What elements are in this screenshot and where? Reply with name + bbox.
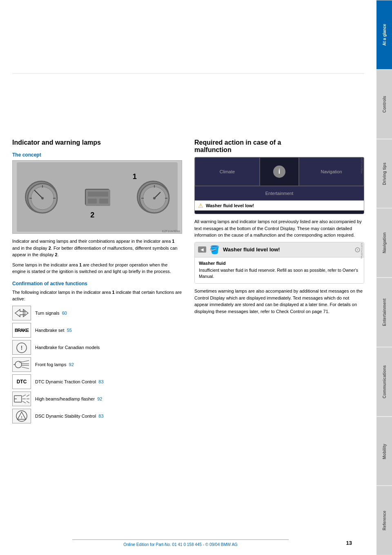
dtc-icon: DTC	[12, 374, 31, 389]
gauge-center	[85, 189, 109, 205]
sidebar-tab-reference[interactable]: Reference	[376, 486, 392, 555]
dashboard-label-1: 1	[133, 172, 137, 181]
svg-rect-17	[99, 199, 108, 204]
cd-watermark: EZF1Us/3Das	[361, 158, 363, 174]
svg-line-32	[22, 401, 26, 403]
dashboard-label-2: 2	[90, 211, 94, 219]
svg-rect-16	[88, 199, 97, 204]
sidebar: At a glance Controls Driving tips Naviga…	[376, 0, 392, 555]
handbrake-icon: BRAKE	[12, 323, 31, 338]
cd-info-icon: i	[273, 166, 285, 178]
svg-line-24	[22, 360, 29, 362]
sidebar-tab-navigation[interactable]: Navigation	[376, 208, 392, 278]
wdb-title: Washer fluid level low!	[223, 246, 280, 253]
svg-point-6	[41, 197, 44, 199]
fog-lamps-icon	[12, 357, 31, 372]
concept-subheading: The concept	[12, 152, 182, 158]
svg-text:!: !	[21, 345, 23, 351]
dsc-label: DSC Dynamic Stability Control 83	[35, 414, 104, 418]
confirmation-subheading: Confirmation of active functions	[12, 281, 182, 286]
gauge-left	[25, 181, 58, 213]
footer-text: Online Edition for Part-No. 01 41 0 158 …	[0, 542, 361, 547]
highbeams-label: High beams/headlamp flasher 92	[35, 396, 102, 401]
washer-detail-header: ◀ 🪣 Washer fluid level low! ⊙	[195, 242, 364, 257]
function-item-dtc: DTC DTC Dynamic Traction Control 83	[12, 374, 182, 389]
cd-entertainment-row: Entertainment	[195, 186, 364, 200]
cd-warning-text: Washer fluid level low!	[206, 203, 254, 208]
svg-rect-15	[88, 192, 108, 197]
svg-line-30	[22, 395, 26, 396]
wdb-washer-icon: 🪣	[209, 245, 220, 255]
function-item-fog: Front fog lamps 92	[12, 357, 182, 372]
body-text-2: Some lamps in the indicator area 1 are c…	[12, 262, 182, 275]
page-number: 13	[346, 540, 352, 546]
handbrake-label: Handbrake set 55	[35, 328, 72, 333]
svg-line-35	[27, 401, 29, 403]
sidebar-tab-communications[interactable]: Communications	[376, 347, 392, 416]
page-footer: Online Edition for Part-No. 01 41 0 158 …	[0, 539, 361, 547]
wdb-watermark: EZF1Vs/3Pws	[361, 243, 363, 259]
sidebar-tab-controls[interactable]: Controls	[376, 69, 392, 139]
right-column: Required action in case of a malfunction…	[194, 139, 364, 426]
dtc-label: DTC Dynamic Traction Control 83	[35, 379, 104, 384]
wdb-description: Insufficient washer fluid in fluid reser…	[199, 267, 360, 280]
function-item-highbeams: High beams/headlamp flasher 92	[12, 392, 182, 406]
left-heading: Indicator and warning lamps	[12, 139, 182, 146]
handbrake-canada-label: Handbrake for Canadian models	[35, 345, 100, 350]
function-list: Turn signals 60 BRAKE Handbrake set 55 !	[12, 306, 182, 423]
sidebar-tab-at-a-glance[interactable]: At a glance	[376, 0, 392, 69]
right-body-text-2: Sometimes warning lamps are also accompa…	[194, 288, 364, 315]
control-display-image: Climate i Navigation Entertainment ⚠	[194, 157, 364, 214]
warning-triangle-icon: ⚠	[198, 202, 203, 209]
dashboard-watermark: EZF1Us/3Das	[162, 230, 180, 233]
svg-line-27	[22, 367, 29, 369]
right-body-text-1: All warning lamps and indicator lamps no…	[194, 218, 364, 239]
sidebar-tab-mobility[interactable]: Mobility	[376, 416, 392, 486]
wdb-subtitle: Washer fluid	[199, 261, 360, 266]
washer-detail-box: ◀ 🪣 Washer fluid level low! ⊙ Washer flu…	[194, 242, 364, 284]
svg-line-33	[27, 395, 29, 396]
confirmation-intro: The following indicator lamps in the ind…	[12, 289, 182, 302]
gauge-right	[137, 181, 169, 213]
handbrake-canada-icon: !	[12, 340, 31, 355]
function-item-dsc: ! DSC Dynamic Stability Control 83	[12, 409, 182, 423]
sidebar-tab-driving-tips[interactable]: Driving tips	[376, 139, 392, 208]
fog-lamps-label: Front fog lamps 92	[35, 362, 74, 367]
body-text-1: Indicator and warning lamps and their co…	[12, 238, 182, 258]
function-item-handbrake: BRAKE Handbrake set 55	[12, 323, 182, 338]
turn-signals-label: Turn signals 60	[35, 311, 67, 316]
svg-point-13	[153, 197, 156, 199]
highbeams-icon	[12, 392, 31, 406]
cd-navigation: Navigation	[299, 157, 364, 186]
washer-detail-body: Washer fluid Insufficient washer fluid i…	[195, 257, 364, 284]
dsc-icon: !	[12, 409, 31, 423]
sidebar-tab-entertainment[interactable]: Entertainment	[376, 278, 392, 347]
left-column: Indicator and warning lamps The concept	[12, 139, 182, 426]
function-item-turn-signals: Turn signals 60	[12, 306, 182, 320]
dashboard-image: 1 2 EZF1Us/3Das	[12, 160, 182, 234]
cd-warning-bar: ⚠ Washer fluid level low!	[195, 200, 364, 210]
wdb-menu-icon: ⊙	[354, 245, 361, 254]
right-heading: Required action in case of a malfunction	[194, 139, 364, 154]
svg-text:!: !	[21, 415, 22, 419]
svg-marker-18	[15, 309, 23, 317]
turn-signals-icon	[12, 306, 31, 320]
footer-divider	[72, 539, 289, 540]
wdb-title-row: 🪣 Washer fluid level low!	[209, 245, 351, 255]
cd-info: i	[260, 157, 299, 186]
wdb-back-button[interactable]: ◀	[198, 246, 206, 253]
svg-marker-19	[23, 309, 28, 317]
cd-climate: Climate	[195, 157, 260, 186]
function-item-handbrake-canada: ! Handbrake for Canadian models	[12, 340, 182, 355]
